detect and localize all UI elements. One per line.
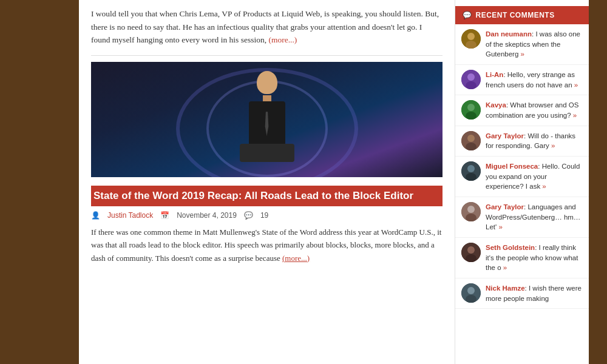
comment-link[interactable]: » [551,142,555,149]
svg-point-10 [467,135,475,142]
comment-author[interactable]: Gary Taylor [486,203,524,211]
comment-count: 19 [260,211,268,220]
comment-list: Dan neumann: I was also one of the skept… [455,24,589,309]
calendar-icon: 📅 [160,211,169,220]
comment-author[interactable]: Dan neumann [486,30,532,38]
comment-item: Seth Goldstein: I really think it's the … [455,238,589,278]
comment-text: Seth Goldstein: I really think it's the … [486,243,583,273]
svg-point-16 [467,206,475,213]
comment-item: Dan neumann: I was also one of the skept… [455,24,589,65]
svg-point-1 [467,33,475,40]
svg-point-7 [467,104,475,111]
avatar [461,131,481,150]
right-wood-panel [589,0,607,364]
comment-text: Gary Taylor: Will do - thanks for respon… [486,131,583,151]
podium [240,144,294,162]
comment-item: Miguel Fonseca: Hello. Could you expand … [455,157,589,197]
comment-author[interactable]: Miguel Fonseca [486,163,538,170]
comment-text: Li-An: Hello, very strange as french use… [486,70,583,90]
article-meta: 👤 Justin Tadlock 📅 November 4, 2019 💬 19 [91,211,443,220]
comment-bubble-icon: 💬 [463,11,472,19]
main-content: I would tell you that when Chris Lema, V… [79,0,589,364]
avatar [461,161,481,181]
article-date: November 4, 2019 [177,211,237,220]
svg-point-19 [467,246,475,254]
article-divider [91,55,443,56]
comment-item: Nick Hamze: I wish there were more peopl… [455,278,589,309]
comment-text: Nick Hamze: I wish there were more peopl… [486,283,583,303]
comment-item: Kavya: What browser and OS combination a… [455,95,589,126]
speaker-tie [265,112,270,136]
comment-link[interactable]: » [574,81,578,89]
author-link[interactable]: Justin Tadlock [107,211,153,220]
comment-icon: 💬 [244,211,253,220]
avatar [461,100,481,120]
avatar [461,29,481,49]
comment-link[interactable]: » [498,223,502,231]
sidebar: 💬 RECENT COMMENTS Dan neumann: I was als… [455,0,589,364]
article-title[interactable]: State of the Word 2019 Recap: All Roads … [91,186,443,206]
comment-link[interactable]: » [542,183,546,190]
comment-link[interactable]: » [573,112,577,119]
article-image [91,62,443,177]
avatar [461,70,481,89]
comment-item: Li-An: Hello, very strange as french use… [455,65,589,95]
article-body: If there was one common theme in Matt Mu… [91,226,443,265]
comment-link[interactable]: » [503,264,507,271]
comment-author[interactable]: Seth Goldstein [486,244,535,251]
avatar [461,243,481,262]
recent-comments-section: 💬 RECENT COMMENTS Dan neumann: I was als… [455,6,589,309]
body-more-link[interactable]: (more...) [282,254,310,263]
comment-text: Dan neumann: I was also one of the skept… [486,29,583,59]
speaker-head [257,71,277,94]
comment-author[interactable]: Gary Taylor [486,132,524,140]
left-wood-panel [0,0,79,364]
comment-text: Kavya: What browser and OS combination a… [486,100,583,120]
svg-point-13 [467,165,475,172]
svg-point-22 [467,287,475,294]
intro-more-link[interactable]: (more...) [268,35,297,44]
article-intro: I would tell you that when Chris Lema, V… [91,7,443,47]
article-column: I would tell you that when Chris Lema, V… [79,0,455,364]
comment-author[interactable]: Li-An [486,71,503,78]
comment-item: Gary Taylor: Will do - thanks for respon… [455,126,589,157]
comment-text: Miguel Fonseca: Hello. Could you expand … [486,161,583,192]
recent-comments-header: 💬 RECENT COMMENTS [455,6,589,24]
comment-item: Gary Taylor: Languages and WordPress/Gut… [455,197,589,238]
speaker-figure [243,71,291,168]
comment-text: Gary Taylor: Languages and WordPress/Gut… [486,202,583,232]
author-icon: 👤 [91,211,100,220]
avatar [461,283,481,303]
comment-author[interactable]: Kavya [486,101,506,109]
avatar [461,202,481,221]
comment-link[interactable]: » [521,50,524,58]
speaker-neck [263,95,271,101]
speaker-body [249,101,285,147]
comment-author[interactable]: Nick Hamze [486,285,525,292]
svg-point-4 [467,73,475,81]
